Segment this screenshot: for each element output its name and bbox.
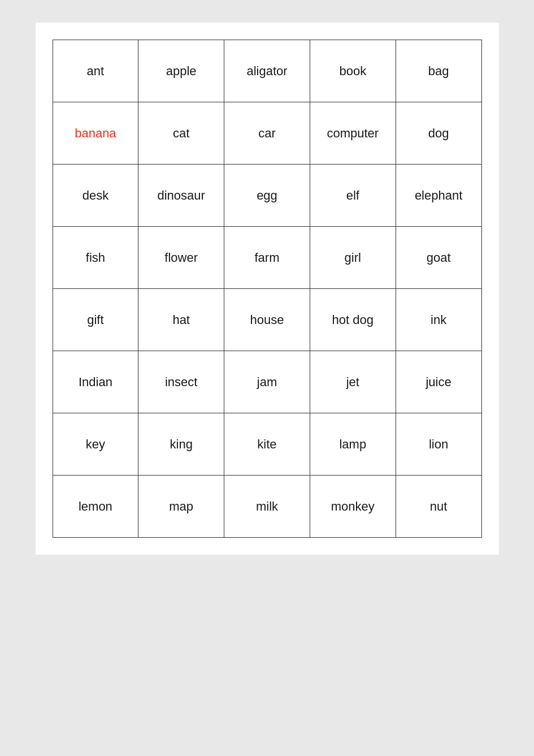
table-row: gifthathousehot dogink bbox=[53, 289, 481, 351]
table-cell: house bbox=[224, 289, 310, 351]
table-cell: key bbox=[53, 413, 138, 476]
table-cell: kite bbox=[224, 413, 310, 476]
table-cell: dog bbox=[396, 102, 481, 165]
table-cell: elf bbox=[310, 165, 396, 227]
table-cell: dinosaur bbox=[138, 165, 224, 227]
table-cell: fish bbox=[53, 227, 138, 289]
table-cell: Indian bbox=[53, 351, 138, 413]
table-cell: egg bbox=[224, 165, 310, 227]
table-cell: gift bbox=[53, 289, 138, 351]
table-cell: hot dog bbox=[310, 289, 396, 351]
table-row: lemonmapmilkmonkeynut bbox=[53, 476, 481, 538]
page-container: antapplealigatorbookbagbananacatcarcompu… bbox=[36, 23, 499, 555]
table-cell: juice bbox=[396, 351, 481, 413]
table-cell: cat bbox=[138, 102, 224, 165]
table-cell: lamp bbox=[310, 413, 396, 476]
table-cell: ant bbox=[53, 40, 138, 102]
table-cell: jam bbox=[224, 351, 310, 413]
table-cell: farm bbox=[224, 227, 310, 289]
table-cell: computer bbox=[310, 102, 396, 165]
table-cell: nut bbox=[396, 476, 481, 538]
table-cell: lemon bbox=[53, 476, 138, 538]
table-row: deskdinosaureggelfelephant bbox=[53, 165, 481, 227]
table-cell: elephant bbox=[396, 165, 481, 227]
table-cell: bag bbox=[396, 40, 481, 102]
table-cell: monkey bbox=[310, 476, 396, 538]
table-cell: banana bbox=[53, 102, 138, 165]
table-row: bananacatcarcomputerdog bbox=[53, 102, 481, 165]
table-cell: insect bbox=[138, 351, 224, 413]
table-cell: map bbox=[138, 476, 224, 538]
table-cell: milk bbox=[224, 476, 310, 538]
table-cell: book bbox=[310, 40, 396, 102]
table-row: fishflowerfarmgirlgoat bbox=[53, 227, 481, 289]
table-row: Indianinsectjamjetjuice bbox=[53, 351, 481, 413]
table-cell: jet bbox=[310, 351, 396, 413]
table-cell: king bbox=[138, 413, 224, 476]
table-cell: ink bbox=[396, 289, 481, 351]
table-cell: goat bbox=[396, 227, 481, 289]
table-row: keykingkitelamplion bbox=[53, 413, 481, 476]
table-cell: lion bbox=[396, 413, 481, 476]
word-table: antapplealigatorbookbagbananacatcarcompu… bbox=[53, 40, 482, 538]
table-cell: hat bbox=[138, 289, 224, 351]
table-cell: apple bbox=[138, 40, 224, 102]
table-row: antapplealigatorbookbag bbox=[53, 40, 481, 102]
table-cell: girl bbox=[310, 227, 396, 289]
table-cell: aligator bbox=[224, 40, 310, 102]
table-cell: desk bbox=[53, 165, 138, 227]
table-cell: car bbox=[224, 102, 310, 165]
table-cell: flower bbox=[138, 227, 224, 289]
